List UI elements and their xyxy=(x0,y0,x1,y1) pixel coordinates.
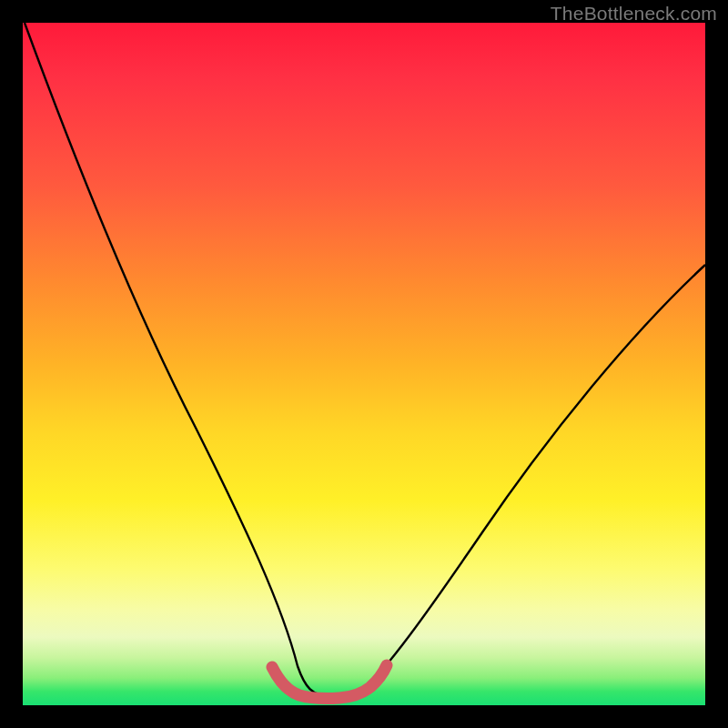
watermark-text: TheBottleneck.com xyxy=(551,3,717,25)
plot-area xyxy=(23,23,705,705)
valley-highlight xyxy=(272,665,387,699)
bottleneck-curve xyxy=(25,23,705,696)
outer-frame: TheBottleneck.com xyxy=(0,0,728,728)
curve-layer xyxy=(23,23,705,705)
